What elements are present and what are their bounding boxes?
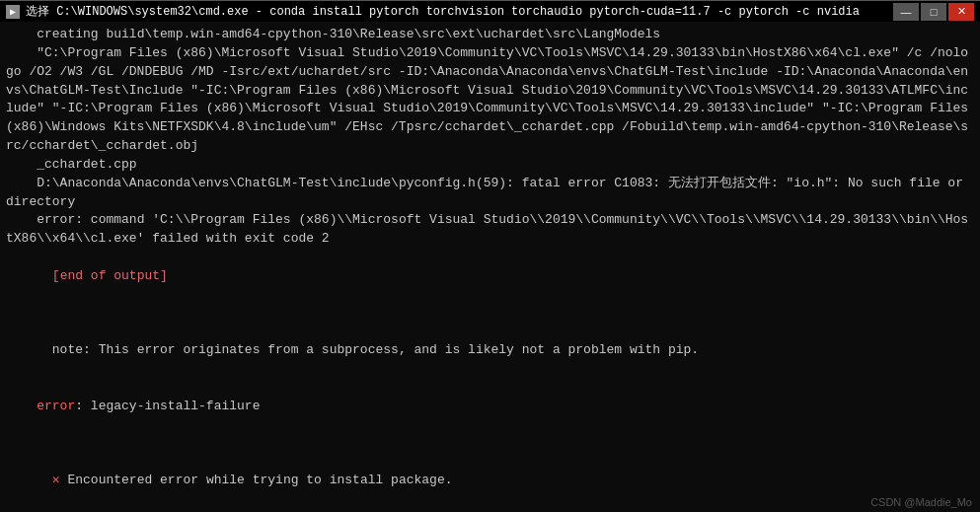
terminal-line: _cchardet.cpp: [6, 156, 974, 175]
title-bar-controls: — □ ✕: [893, 3, 974, 21]
terminal-line: D:\Anaconda\Anaconda\envs\ChatGLM-Test\i…: [6, 175, 974, 212]
terminal-encounter-line: ✕ Encountered error while trying to inst…: [6, 453, 974, 509]
close-button[interactable]: ✕: [948, 3, 974, 21]
terminal-window[interactable]: creating build\temp.win-amd64-cpython-31…: [0, 22, 980, 512]
terminal-blank: [6, 435, 974, 454]
cmd-icon: ▶: [6, 5, 20, 19]
title-bar-title: 选择 C:\WINDOWS\system32\cmd.exe - conda i…: [26, 3, 860, 20]
terminal-error-line: error: legacy-install-failure: [6, 379, 974, 435]
terminal-line: error: command 'C:\\Program Files (x86)\…: [6, 211, 974, 249]
title-bar-left: ▶ 选择 C:\WINDOWS\system32\cmd.exe - conda…: [6, 3, 860, 20]
terminal-line-end-output: [end of output]: [6, 249, 974, 305]
terminal-line: "C:\Program Files (x86)\Microsoft Visual…: [6, 44, 974, 156]
terminal-note-line: note: This error originates from a subpr…: [6, 324, 974, 380]
minimize-button[interactable]: —: [893, 3, 919, 21]
maximize-button[interactable]: □: [921, 3, 946, 21]
title-bar: ▶ 选择 C:\WINDOWS\system32\cmd.exe - conda…: [0, 0, 980, 22]
terminal-blank: [6, 305, 974, 324]
watermark: CSDN @Maddie_Mo: [870, 496, 972, 508]
terminal-line: creating build\temp.win-amd64-cpython-31…: [6, 26, 974, 44]
